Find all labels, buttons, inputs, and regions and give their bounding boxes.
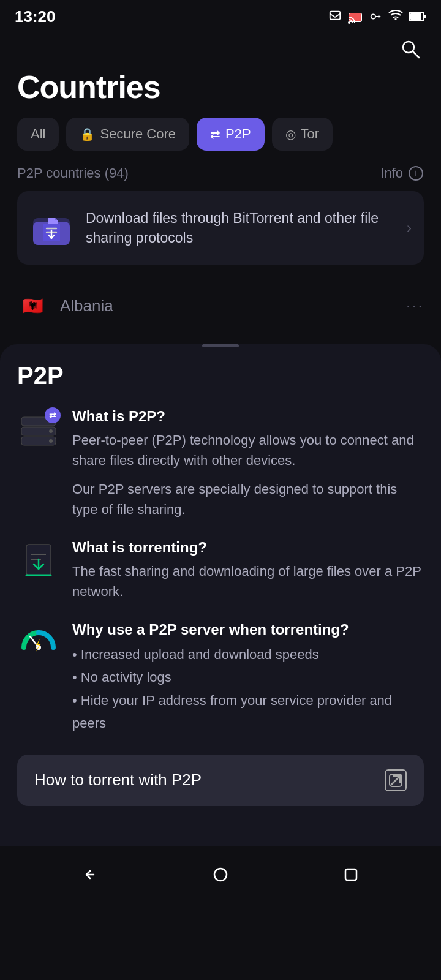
cta-label: How to torrent with P2P xyxy=(34,771,202,790)
home-button[interactable] xyxy=(205,859,236,891)
what-is-p2p-body: Peer-to-peer (P2P) technology allows you… xyxy=(72,430,424,470)
home-icon xyxy=(212,866,229,883)
bittorrent-icon xyxy=(31,207,72,249)
tab-p2p-label: P2P xyxy=(225,126,251,142)
recents-button[interactable] xyxy=(335,859,367,891)
tab-p2p[interactable]: ⇄ P2P xyxy=(197,118,265,151)
section-header: P2P countries (94) Info i xyxy=(0,165,441,191)
info-card[interactable]: Download files through BitTorrent and ot… xyxy=(17,191,424,265)
torrenting-body: The fast sharing and downloading of larg… xyxy=(72,561,424,601)
tor-icon: ◎ xyxy=(285,127,296,141)
svg-rect-6 xyxy=(410,13,421,20)
secure-core-icon: 🔒 xyxy=(80,127,95,141)
p2p-section-icon: ⇄ xyxy=(17,408,60,451)
svg-point-25 xyxy=(49,439,53,443)
notification-icon xyxy=(328,10,342,23)
svg-line-9 xyxy=(413,51,419,58)
page-title: Countries xyxy=(0,62,441,118)
tab-all-label: All xyxy=(31,126,45,142)
info-button[interactable]: Info i xyxy=(380,165,424,181)
bottom-sheet: P2P ⇄ What is P xyxy=(0,344,441,846)
status-icons xyxy=(328,9,426,24)
svg-point-3 xyxy=(348,21,350,24)
country-name: Albania xyxy=(60,296,394,315)
tab-tor[interactable]: ◎ Tor xyxy=(272,118,333,151)
info-icon: i xyxy=(408,165,424,181)
svg-point-4 xyxy=(371,14,375,18)
svg-point-34 xyxy=(214,869,227,881)
svg-text:i: i xyxy=(415,168,417,178)
info-label: Info xyxy=(380,165,403,181)
cta-button[interactable]: How to torrent with P2P xyxy=(17,755,424,806)
bullet-3: Hide your IP address from your service p… xyxy=(72,689,424,735)
filter-tabs: All 🔒 Secure Core ⇄ P2P ◎ Tor xyxy=(0,118,441,165)
wifi-icon xyxy=(388,10,403,23)
back-button[interactable] xyxy=(74,859,106,891)
sheet-title: P2P xyxy=(17,362,424,390)
cast-icon xyxy=(348,9,363,24)
svg-point-24 xyxy=(49,429,53,433)
back-icon xyxy=(81,866,99,883)
why-p2p-bullets: Increased upload and download speeds No … xyxy=(72,643,424,735)
albania-flag: 🇦🇱 xyxy=(17,290,48,321)
svg-rect-35 xyxy=(345,869,356,880)
nav-bar xyxy=(0,846,441,908)
info-card-icon xyxy=(29,206,74,250)
torrenting-section: What is torrenting? The fast sharing and… xyxy=(17,539,424,601)
status-time: 13:20 xyxy=(15,7,56,26)
info-card-description: Download files through BitTorrent and ot… xyxy=(86,208,394,247)
speedometer-icon xyxy=(18,622,59,663)
search-icon xyxy=(399,38,421,60)
bullet-2: No activity logs xyxy=(72,666,424,688)
top-bar xyxy=(0,31,441,62)
torrenting-icon xyxy=(17,539,60,582)
key-icon xyxy=(369,10,382,23)
recents-icon xyxy=(342,866,360,883)
what-is-p2p-content: What is P2P? Peer-to-peer (P2P) technolo… xyxy=(72,408,424,519)
country-menu-dots[interactable]: ··· xyxy=(406,296,424,315)
battery-icon xyxy=(409,11,426,22)
sheet-handle xyxy=(202,344,239,347)
torrent-icon xyxy=(18,540,59,581)
tab-secure-core[interactable]: 🔒 Secure Core xyxy=(66,118,189,151)
what-is-p2p-title: What is P2P? xyxy=(72,408,424,425)
table-row[interactable]: 🇦🇱 Albania ··· xyxy=(0,279,441,332)
tab-secure-core-label: Secure Core xyxy=(100,126,176,142)
search-button[interactable] xyxy=(397,36,424,62)
torrenting-title: What is torrenting? xyxy=(72,539,424,556)
tab-tor-label: Tor xyxy=(301,126,320,142)
external-link-icon xyxy=(385,769,407,791)
chevron-right-icon: › xyxy=(407,219,412,236)
why-p2p-section: Why use a P2P server when torrenting? In… xyxy=(17,621,424,735)
p2p-icon: ⇄ xyxy=(210,127,221,141)
why-p2p-icon xyxy=(17,621,60,664)
torrenting-content: What is torrenting? The fast sharing and… xyxy=(72,539,424,601)
arrow-up-right-icon xyxy=(389,774,402,787)
what-is-p2p-extra: Our P2P servers are specially designed t… xyxy=(72,479,424,519)
status-bar: 13:20 xyxy=(0,0,441,31)
tab-all[interactable]: All xyxy=(17,118,59,151)
what-is-p2p-section: ⇄ What is P2P? Peer-to-peer (P2P) techno… xyxy=(17,408,424,519)
why-p2p-title: Why use a P2P server when torrenting? xyxy=(72,621,424,638)
bullet-1: Increased upload and download speeds xyxy=(72,643,424,666)
svg-rect-7 xyxy=(424,15,426,18)
why-p2p-content: Why use a P2P server when torrenting? In… xyxy=(72,621,424,735)
section-label: P2P countries (94) xyxy=(17,165,129,181)
